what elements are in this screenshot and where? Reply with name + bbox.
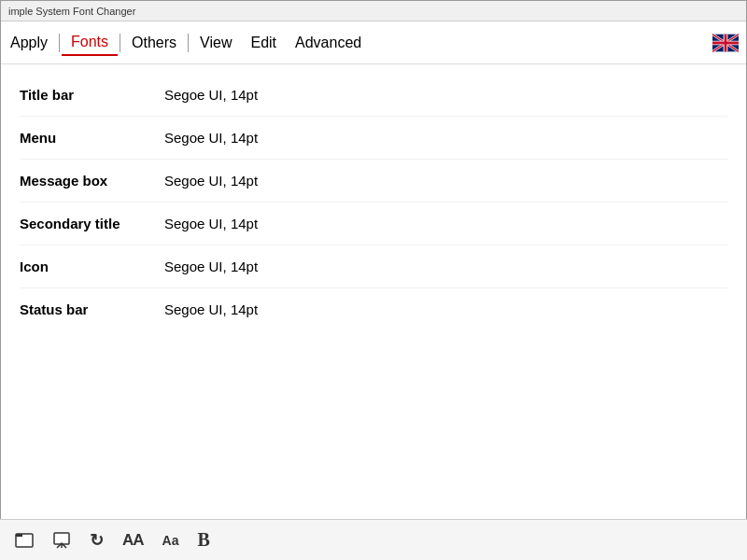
menu-item-fonts[interactable]: Fonts [62, 30, 118, 56]
menu-item-others[interactable]: Others [122, 31, 186, 55]
open-button[interactable] [9, 527, 39, 553]
bold-button[interactable]: B [191, 525, 215, 554]
font-label-secondary-title: Secondary title [20, 216, 164, 231]
menu-item-edit[interactable]: Edit [241, 31, 286, 55]
font-label-message-box: Message box [20, 173, 164, 189]
menu-item-view[interactable]: View [190, 31, 241, 55]
font-label-menu: Menu [20, 130, 164, 146]
font-value-status-bar: Segoe UI, 14pt [164, 301, 258, 317]
title-bar: imple System Font Changer [1, 1, 746, 21]
font-row-secondary-title[interactable]: Secondary titleSegoe UI, 14pt [20, 203, 727, 245]
content-area: Title barSegoe UI, 14ptMenuSegoe UI, 14p… [1, 64, 746, 340]
menu-item-apply[interactable]: Apply [1, 31, 57, 55]
menu-item-advanced[interactable]: Advanced [286, 31, 371, 55]
font-value-message-box: Segoe UI, 14pt [164, 173, 258, 189]
font-large-button[interactable]: AA [117, 527, 149, 553]
title-bar-text: imple System Font Changer [8, 6, 135, 17]
font-label-title-bar: Title bar [20, 87, 164, 103]
language-flag-icon[interactable] [712, 34, 739, 52]
menu-separator-2 [120, 34, 120, 52]
menu-bar: Apply Fonts Others View Edit Advanced [1, 21, 746, 64]
font-small-button[interactable]: Aa [157, 529, 185, 552]
font-value-icon: Segoe UI, 14pt [164, 259, 258, 274]
font-value-title-bar: Segoe UI, 14pt [164, 87, 258, 103]
font-value-menu: Segoe UI, 14pt [164, 130, 258, 146]
bottom-toolbar: ↻ AA Aa B [0, 519, 747, 560]
font-row-icon[interactable]: IconSegoe UI, 14pt [20, 245, 727, 288]
menu-separator-3 [188, 34, 189, 52]
font-row-title-bar[interactable]: Title barSegoe UI, 14pt [20, 74, 727, 117]
export-button[interactable] [47, 527, 77, 553]
font-label-status-bar: Status bar [20, 301, 164, 317]
refresh-button[interactable]: ↻ [84, 526, 109, 554]
font-label-icon: Icon [20, 259, 164, 274]
font-value-secondary-title: Segoe UI, 14pt [164, 216, 258, 231]
font-row-status-bar[interactable]: Status barSegoe UI, 14pt [20, 288, 727, 330]
font-row-message-box[interactable]: Message boxSegoe UI, 14pt [20, 160, 727, 203]
font-row-menu[interactable]: MenuSegoe UI, 14pt [20, 117, 727, 160]
svg-rect-2 [16, 534, 22, 537]
menu-separator-1 [59, 34, 60, 52]
